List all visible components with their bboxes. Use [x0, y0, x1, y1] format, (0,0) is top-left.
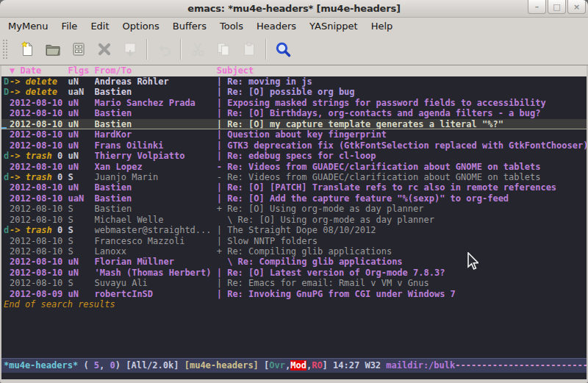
- message-row[interactable]: 2012-08-10SLanoxx+Re: Compiling glib app…: [1, 246, 587, 257]
- row-from: 'Mash (Thomas Herbert): [95, 268, 217, 278]
- menu-item-buffers[interactable]: Buffers: [166, 19, 213, 33]
- message-row[interactable]: 2012-08-10uN'Mash (Thomas Herbert)|Re: […: [1, 268, 587, 278]
- message-row[interactable]: 2012-08-10SFrancesco Mazzoli|Slow NNTP f…: [1, 236, 587, 246]
- row-flags: S: [68, 278, 94, 288]
- row-subject: Slow NNTP folders: [227, 236, 318, 246]
- row-flags: uN: [68, 98, 94, 108]
- maximize-button[interactable]: □: [548, 0, 566, 14]
- message-row[interactable]: 2012-08-10uNFlorian Müllner \ Re: Compil…: [1, 257, 587, 267]
- row-date-text: 2012-08-10: [10, 162, 62, 172]
- menu-item-headers[interactable]: Headers: [250, 19, 303, 33]
- row-date: -> trash 0: [10, 225, 68, 235]
- row-date: 2012-08-10: [10, 236, 68, 246]
- row-thread-sep: |: [217, 278, 227, 288]
- row-from: Bastien: [95, 108, 217, 118]
- message-row[interactable]: 2012-08-10uNMario Sanchez Prada|Exposing…: [1, 98, 587, 108]
- row-flags: uN: [68, 162, 94, 172]
- message-row[interactable]: D-> deleteuNAndreas Röhler|Re: moving in…: [1, 76, 587, 87]
- open-folder-icon[interactable]: [40, 36, 65, 62]
- row-thread-sep: |: [217, 119, 227, 129]
- message-row[interactable]: 2012-08-10uNFrans Oilinki|GTK3 deprecati…: [1, 140, 587, 151]
- row-thread-sep: |: [217, 87, 227, 97]
- modeline-segment-name: *mu4e-headers*: [4, 360, 78, 371]
- modeline: *mu4e-headers* ( 5, 0) [All/2.0k] [mu4e-…: [1, 358, 587, 373]
- row-flags: uN: [68, 151, 94, 161]
- message-row[interactable]: 2012-08-10SMichael Welle \ Re: [O] Using…: [1, 215, 587, 225]
- message-row[interactable]: d-> trash 0uNThierry Volpiatto|Re: edebu…: [1, 151, 587, 161]
- menu-item-mymenu[interactable]: MyMenu: [1, 19, 55, 33]
- paste-icon: [236, 36, 262, 62]
- row-subject: GTK3 deprecation fix (GtkFontSelection r…: [227, 140, 587, 151]
- row-from: Florian Müllner: [95, 257, 217, 267]
- message-row[interactable]: D-> deleteuaNBastien|Re: [O] possible or…: [1, 87, 587, 97]
- message-row[interactable]: 2012-08-10SSuvayu Ali|Re: Emacs for emai…: [1, 278, 587, 288]
- close-icon[interactable]: [91, 36, 117, 62]
- message-row[interactable]: 2012-08-10uNBastien|Re: [O] my capture t…: [1, 119, 587, 129]
- message-row[interactable]: 2012-08-10uNBastien|Re: [O] Birthdays, o…: [1, 108, 587, 118]
- toolbar-drag-handle[interactable]: [1, 38, 8, 60]
- modeline-segment-fg: [All/2.0k]: [126, 360, 184, 371]
- row-subject: Re: [O] Birthdays, org-contacts and agen…: [227, 108, 540, 118]
- row-subject: Re: Videos from GUADEC/clarification abo…: [227, 162, 540, 172]
- search-icon[interactable]: [270, 36, 295, 62]
- save-icon[interactable]: [65, 36, 91, 62]
- row-date: 2012-08-10: [10, 119, 68, 129]
- message-row[interactable]: 2012-08-09uNrobertcInSD|Re: Invoking Gnu…: [1, 289, 587, 299]
- minimize-button[interactable]: –: [528, 0, 546, 14]
- row-date: 2012-08-10: [10, 140, 68, 151]
- message-row[interactable]: 2012-08-10uaNBastien|Re: [O] Add the cap…: [1, 193, 587, 204]
- titlebar[interactable]: emacs: *mu4e-headers* [mu4e-headers] –□×: [0, 0, 588, 18]
- menu-item-help[interactable]: Help: [365, 19, 400, 33]
- message-row[interactable]: 2012-08-10uNXan Lopez-Re: Videos from GU…: [1, 162, 587, 172]
- row-from: robertcInSD: [95, 289, 217, 299]
- menu-item-file[interactable]: File: [55, 19, 85, 33]
- row-thread-sep: |: [217, 98, 227, 108]
- row-flags: uaN: [68, 193, 94, 204]
- toolbar-separator: [265, 39, 266, 60]
- message-row[interactable]: 2012-08-10uNBastien|Re: [O] [PATCH] Tran…: [1, 182, 587, 193]
- row-from: Xan Lopez: [95, 162, 217, 172]
- row-subject: Re: Compiling glib applications: [227, 246, 392, 257]
- row-from: Bastien: [95, 119, 217, 129]
- row-thread-sep: |: [217, 268, 227, 278]
- row-date: 2012-08-10: [10, 246, 68, 257]
- row-flags: uN: [68, 108, 94, 118]
- row-date-text: 2012-08-10: [10, 215, 62, 225]
- row-thread-sep: +: [217, 246, 227, 257]
- modeline-segment-ovr: Ovr: [269, 360, 285, 371]
- row-flags: S: [68, 225, 94, 235]
- row-date-text: 2012-08-10: [10, 268, 62, 278]
- toolbar-separator: [146, 39, 147, 60]
- row-from: Michael Welle: [95, 215, 217, 225]
- emacs-window: emacs: *mu4e-headers* [mu4e-headers] –□×…: [0, 0, 588, 383]
- row-thread-sep: [217, 257, 227, 267]
- row-from: Bastien: [95, 193, 217, 204]
- column-header-flags[interactable]: Flgs: [68, 65, 94, 76]
- cut-icon: [184, 36, 210, 62]
- row-flags: S: [68, 215, 94, 225]
- new-file-icon[interactable]: [14, 36, 40, 62]
- message-row[interactable]: d-> trash 0SJuanjo Marin-Re: Videos from…: [1, 172, 587, 182]
- row-flags: uaN: [68, 87, 94, 97]
- menu-item-options[interactable]: Options: [116, 19, 166, 33]
- message-row[interactable]: 2012-08-10SBastien+Re: [O] Using org-mod…: [1, 204, 587, 214]
- column-header-subject[interactable]: Subject: [217, 65, 254, 76]
- menu-item-tools[interactable]: Tools: [213, 19, 250, 33]
- close-button[interactable]: ×: [567, 0, 586, 14]
- row-from: Mario Sanchez Prada: [95, 98, 217, 108]
- menu-item-edit[interactable]: Edit: [84, 19, 115, 33]
- column-header-from[interactable]: From/To: [95, 65, 217, 76]
- menu-item-yasnippet[interactable]: YASnippet: [303, 19, 365, 33]
- row-date: 2012-08-10: [10, 257, 68, 267]
- row-thread-sep: |: [217, 289, 227, 299]
- row-flags: S: [68, 246, 94, 257]
- row-from: Lanoxx: [95, 246, 217, 257]
- column-header-date[interactable]: ▼ Date: [10, 65, 68, 76]
- message-row[interactable]: d-> trash 0Swebmaster@straightd...|The S…: [1, 225, 587, 235]
- message-row[interactable]: 2012-08-10uNHardKor|Question about key f…: [1, 129, 587, 140]
- window-controls: –□×: [528, 0, 586, 14]
- row-flags: S: [68, 172, 94, 182]
- row-from: Thierry Volpiatto: [95, 151, 217, 161]
- row-flags: S: [68, 236, 94, 246]
- row-date: 2012-08-10: [10, 278, 68, 288]
